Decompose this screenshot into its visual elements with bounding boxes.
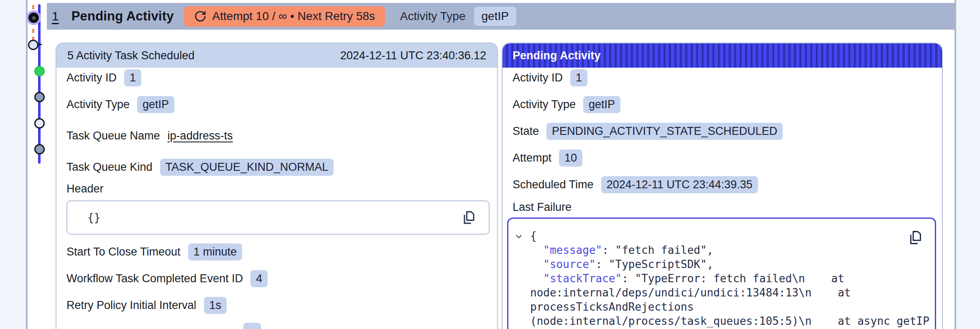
detail-row-attempt: Attempt 10	[513, 149, 942, 167]
detail-row-state: State PENDING_ACTIVITY_STATE_SCHEDULED	[513, 122, 942, 141]
detail-row-task-queue-name: Task Queue Name ip-address-ts	[66, 127, 497, 145]
detail-value-badge: 2024-12-11 UTC 23:44:39.35	[601, 176, 758, 193]
detail-row-activity-id: Activity ID 1	[66, 68, 497, 87]
detail-value-badge: 1	[570, 69, 587, 86]
pending-activity-panel: Pending Activity Activity ID 1 Activity …	[502, 43, 943, 329]
timeline-dot-pending[interactable]	[28, 40, 38, 50]
detail-label: Start To Close Timeout	[66, 245, 181, 258]
right-divider	[954, 0, 956, 329]
json-code-line: node:internal/deps/undici/undici:13484:1…	[530, 286, 923, 300]
retry-status-text: Attempt 10 / ∞ • Next Retry 58s	[212, 10, 375, 23]
detail-label: Activity Type	[66, 98, 130, 111]
detail-label: Retry Policy Initial Interval	[66, 299, 197, 312]
last-failure-json: { "message": "fetch failed", "source": "…	[530, 229, 923, 328]
pending-panel-header: Pending Activity	[503, 43, 942, 68]
timeline-dot-event[interactable]	[34, 92, 45, 102]
scheduled-panel-header: 5 Activity Task Scheduled 2024-12-11 UTC…	[56, 43, 497, 68]
detail-label: Activity ID	[513, 71, 563, 84]
json-code-line: (node:internal/process/task_queues:105:5…	[530, 314, 923, 328]
chevron-down-icon	[514, 232, 523, 241]
copy-icon	[906, 228, 925, 247]
header-field-label: Header	[66, 182, 497, 195]
detail-value-badge: 4	[250, 270, 268, 287]
detail-value-badge: TASK_QUEUE_KIND_NORMAL	[160, 159, 334, 176]
json-code-line: processTicksAndRejections	[530, 300, 923, 314]
scheduled-panel-timestamp: 2024-12-11 UTC 23:40:36.12	[340, 49, 486, 62]
scheduled-panel-title: 5 Activity Task Scheduled	[67, 49, 194, 62]
json-code-line: "stackTrace": "TypeError: fetch failed\n…	[530, 271, 923, 286]
event-id-link[interactable]: 1	[52, 9, 59, 23]
left-divider	[26, 0, 28, 329]
json-code-line: {	[530, 229, 923, 243]
detail-value-badge: 1	[124, 69, 141, 86]
detail-value-badge: PENDING_ACTIVITY_STATE_SCHEDULED	[546, 123, 783, 140]
copy-button[interactable]	[459, 208, 478, 227]
detail-label: Scheduled Time	[513, 178, 594, 191]
activity-type-badge: getIP	[474, 7, 516, 26]
detail-label: Activity Type	[513, 98, 576, 111]
detail-row-scheduled-time: Scheduled Time 2024-12-11 UTC 23:44:39.3…	[513, 175, 942, 194]
timeline-dot-event-2[interactable]	[34, 144, 45, 154]
detail-label: Task Queue Name	[66, 129, 160, 142]
detail-row-retry-initial-interval: Retry Policy Initial Interval 1s	[66, 296, 497, 315]
json-code-line: "message": "fetch failed",	[530, 243, 923, 257]
timeline-dot-event-open[interactable]	[34, 118, 45, 129]
selected-event-row[interactable]: 1 Pending Activity Attempt 10 / ∞ • Next…	[47, 3, 954, 30]
detail-row-activity-type: Activity Type getIP	[513, 95, 942, 114]
header-code-block: {}	[66, 200, 490, 235]
timeline-dot-selected[interactable]	[28, 13, 39, 23]
timeline-dot-started[interactable]	[34, 66, 45, 76]
collapse-json-button[interactable]	[514, 232, 523, 241]
copy-icon	[459, 208, 478, 227]
clipped-value-badge	[243, 323, 261, 329]
last-failure-code-block: { "message": "fetch failed", "source": "…	[507, 218, 936, 329]
detail-row-wft-completed-id: Workflow Task Completed Event ID 4	[66, 269, 497, 288]
timeline-line	[38, 4, 41, 164]
task-queue-link[interactable]: ip-address-ts	[168, 129, 233, 142]
detail-value-badge: 1s	[204, 297, 227, 314]
json-code-line: "source": "TypeScriptSDK",	[530, 257, 923, 271]
activity-type-label: Activity Type	[400, 10, 466, 23]
detail-row-activity-type: Activity Type getIP	[66, 95, 497, 114]
detail-row-activity-id: Activity ID 1	[513, 68, 942, 87]
detail-value-badge: 10	[559, 149, 582, 167]
pending-panel-title: Pending Activity	[513, 49, 601, 62]
detail-label: Task Queue Kind	[66, 161, 153, 174]
retry-icon	[194, 10, 207, 23]
detail-label: State	[513, 125, 539, 138]
detail-label: Activity ID	[66, 71, 117, 84]
detail-value-badge: getIP	[137, 96, 174, 113]
detail-row-task-queue-kind: Task Queue Kind TASK_QUEUE_KIND_NORMAL	[66, 158, 497, 177]
header-code-value: {}	[87, 211, 100, 224]
last-failure-label: Last Failure	[513, 201, 942, 213]
copy-button[interactable]	[906, 228, 924, 246]
detail-label: Workflow Task Completed Event ID	[66, 272, 243, 285]
detail-value-badge: 1 minute	[188, 243, 242, 261]
detail-value-badge: getIP	[583, 96, 620, 113]
event-title: Pending Activity	[71, 9, 174, 24]
detail-label: Attempt	[513, 152, 551, 164]
detail-row-start-to-close: Start To Close Timeout 1 minute	[66, 243, 497, 261]
activity-task-scheduled-panel: 5 Activity Task Scheduled 2024-12-11 UTC…	[56, 43, 498, 329]
retry-status-badge: Attempt 10 / ∞ • Next Retry 58s	[184, 6, 385, 27]
